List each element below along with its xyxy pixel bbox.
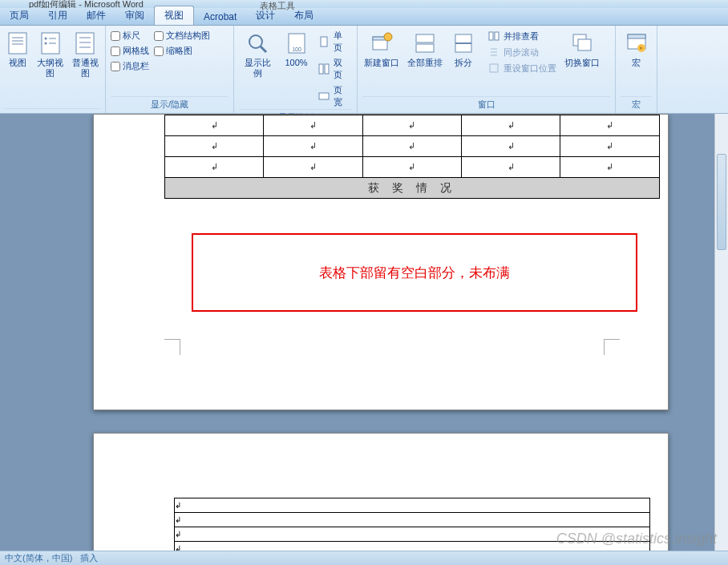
svg-point-7 — [44, 42, 47, 45]
table-cell[interactable]: ↲ — [175, 513, 650, 527]
table-cell[interactable]: ↲ — [462, 136, 560, 157]
doc-table[interactable]: ↲↲↲↲↲ ↲↲↲↲↲ ↲↲↲↲↲ 获 奖 情 况 — [164, 115, 660, 199]
group-window: 新建窗口 全部重排 拆分 并排查看 同步滚动 重设窗口位置 切换窗口 窗口 — [358, 26, 616, 113]
table-cell[interactable]: ↲ — [264, 115, 362, 136]
scroll-thumb[interactable] — [717, 154, 726, 250]
table-cell[interactable]: ↲ — [175, 498, 650, 513]
table-cell[interactable]: ↲ — [362, 136, 461, 157]
page-width-icon — [318, 90, 330, 103]
new-window-button[interactable]: 新建窗口 — [362, 29, 401, 70]
zoom-100-button[interactable]: 100 100% — [281, 29, 312, 70]
sync-scroll-icon — [487, 46, 500, 59]
group-window-label: 窗口 — [362, 96, 610, 113]
svg-rect-29 — [495, 32, 499, 40]
tab-view[interactable]: 视图 — [154, 6, 194, 25]
page-1[interactable]: ↲↲↲↲↲ ↲↲↲↲↲ ↲↲↲↲↲ 获 奖 情 况 表格下部留有空白部分，未布满 — [93, 114, 669, 410]
side-by-side-icon — [487, 30, 500, 42]
table-cell[interactable]: ↲ — [560, 115, 660, 136]
svg-rect-17 — [321, 37, 327, 46]
contextual-tab-label: 表格工具 — [260, 0, 295, 12]
split-icon — [451, 30, 476, 56]
arrange-icon — [412, 30, 438, 56]
normal-icon — [72, 30, 98, 56]
status-insert[interactable]: 插入 — [80, 553, 98, 563]
table-cell[interactable]: ↲ — [362, 115, 461, 136]
zoom-button[interactable]: 显示比例 — [239, 29, 276, 80]
svg-text:100: 100 — [292, 46, 301, 52]
table-header-cell[interactable]: 获 奖 情 况 — [165, 178, 660, 199]
tab-review[interactable]: 审阅 — [115, 6, 154, 25]
margin-corner-icon — [164, 339, 180, 355]
switch-window-button[interactable]: 切换窗口 — [563, 29, 601, 70]
one-page-icon — [318, 35, 330, 48]
svg-point-23 — [384, 33, 392, 41]
ruler-checkbox[interactable]: 标尺 — [111, 29, 149, 42]
table-cell[interactable]: ↲ — [165, 157, 264, 178]
split-button[interactable]: 拆分 — [449, 29, 478, 70]
ribbon: 视图 大纲视图 普通视图 标尺 网格线 消息栏 文档结构图 缩略图 — [0, 26, 728, 114]
gridlines-checkbox[interactable]: 网格线 — [111, 44, 149, 58]
table-cell[interactable]: ↲ — [560, 157, 660, 178]
outline-icon — [38, 30, 63, 56]
group-zoom: 显示比例 100 100% 单页 双页 页宽 显示比例 — [234, 26, 358, 113]
normal-view-button[interactable]: 普通视图 — [71, 29, 101, 80]
docmap-checkbox[interactable]: 文档结构图 — [154, 29, 210, 42]
page-2[interactable]: ↲ ↲ ↲ ↲ — [93, 433, 669, 551]
magnifier-icon — [245, 30, 270, 56]
table-cell[interactable]: ↲ — [165, 136, 264, 157]
page-width-button[interactable]: 页宽 — [317, 83, 352, 109]
svg-rect-19 — [325, 64, 329, 74]
two-page-button[interactable]: 双页 — [317, 56, 352, 82]
group-show-hide: 标尺 网格线 消息栏 文档结构图 缩略图 显示/隐藏 — [106, 26, 234, 113]
margin-corner-icon — [604, 339, 620, 355]
table-cell[interactable]: ↲ — [264, 136, 362, 157]
svg-line-14 — [261, 46, 266, 52]
svg-point-5 — [44, 38, 47, 40]
table-cell[interactable]: ↲ — [175, 527, 650, 542]
tab-references[interactable]: 引用 — [38, 6, 77, 25]
table-cell[interactable]: ↲ — [264, 157, 362, 178]
status-language[interactable]: 中文(简体，中国) — [5, 553, 72, 563]
macros-button[interactable]: 宏 — [621, 29, 652, 70]
svg-rect-24 — [416, 34, 434, 42]
svg-rect-34 — [628, 34, 645, 38]
sync-scroll-button[interactable]: 同步滚动 — [486, 45, 558, 59]
switch-window-icon — [569, 30, 595, 56]
one-page-button[interactable]: 单页 — [317, 29, 352, 54]
table-cell[interactable]: ↲ — [165, 115, 264, 136]
table-cell[interactable]: ↲ — [175, 542, 650, 551]
ribbon-tabs: 页局 引用 邮件 审阅 视图 Acrobat 设计 布局 — [0, 8, 728, 26]
tab-page-layout[interactable]: 页局 — [0, 6, 38, 25]
group-macros-label: 宏 — [621, 96, 652, 113]
reset-pos-button[interactable]: 重设窗口位置 — [486, 61, 558, 75]
two-page-icon — [318, 63, 330, 75]
svg-rect-9 — [76, 33, 94, 54]
svg-rect-28 — [489, 32, 493, 40]
tab-acrobat[interactable]: Acrobat — [194, 9, 246, 25]
table-cell[interactable]: ↲ — [362, 157, 461, 178]
svg-rect-18 — [319, 64, 323, 74]
thumbnails-checkbox[interactable]: 缩略图 — [154, 44, 210, 58]
arrange-all-button[interactable]: 全部重排 — [406, 29, 444, 70]
page-icon — [5, 30, 30, 56]
vertical-scrollbar[interactable] — [714, 114, 728, 551]
table-cell[interactable]: ↲ — [462, 115, 560, 136]
doc-table-2[interactable]: ↲ ↲ ↲ ↲ — [174, 498, 650, 551]
reading-view-button[interactable]: 视图 — [5, 29, 30, 70]
document-area[interactable]: ↲↲↲↲↲ ↲↲↲↲↲ ↲↲↲↲↲ 获 奖 情 况 表格下部留有空白部分，未布满… — [0, 114, 728, 551]
tab-mailings[interactable]: 邮件 — [77, 6, 115, 25]
table-cell[interactable]: ↲ — [560, 136, 660, 157]
page-100-icon: 100 — [284, 30, 309, 56]
annotation-box: 表格下部留有空白部分，未布满 — [192, 233, 637, 312]
svg-rect-32 — [578, 39, 591, 50]
annotation-text: 表格下部留有空白部分，未布满 — [319, 264, 510, 282]
svg-point-13 — [249, 35, 262, 48]
svg-rect-20 — [319, 93, 329, 99]
table-cell[interactable]: ↲ — [462, 157, 560, 178]
macros-icon — [624, 30, 649, 56]
msgbar-checkbox[interactable]: 消息栏 — [111, 59, 149, 73]
outline-view-button[interactable]: 大纲视图 — [35, 29, 66, 80]
side-by-side-button[interactable]: 并排查看 — [486, 29, 558, 43]
svg-rect-0 — [9, 33, 26, 54]
group-show-hide-label: 显示/隐藏 — [111, 96, 229, 113]
